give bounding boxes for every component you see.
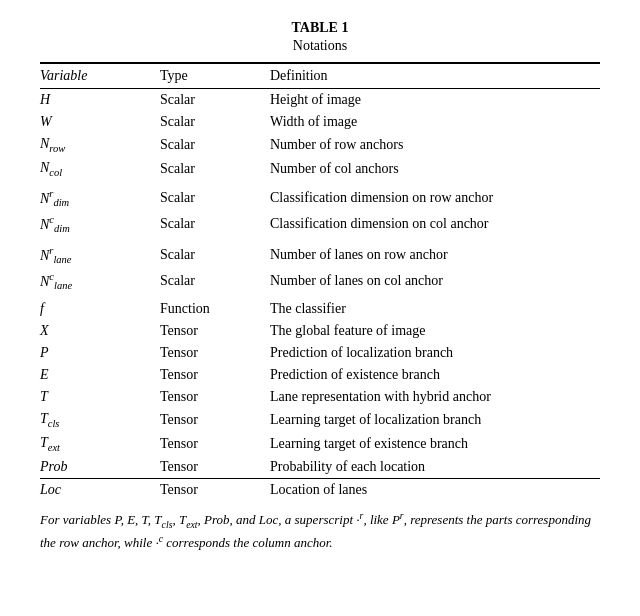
cell-variable: X [40, 320, 160, 342]
table-row: fFunctionThe classifier [40, 298, 600, 320]
cell-type: Tensor [160, 364, 270, 386]
cell-definition: Number of lanes on row anchor [270, 242, 600, 268]
cell-variable: Ncol [40, 157, 160, 181]
header-definition: Definition [270, 63, 600, 89]
table-row: TTensorLane representation with hybrid a… [40, 386, 600, 408]
table-row: WScalarWidth of image [40, 111, 600, 133]
cell-variable: Tcls [40, 408, 160, 432]
cell-definition: Number of lanes on col anchor [270, 268, 600, 294]
table-row: NcdimScalarClassification dimension on c… [40, 211, 600, 237]
table-row: TextTensorLearning target of existence b… [40, 432, 600, 456]
cell-type: Tensor [160, 479, 270, 502]
cell-type: Tensor [160, 432, 270, 456]
cell-type: Scalar [160, 242, 270, 268]
cell-type: Scalar [160, 133, 270, 157]
cell-variable: P [40, 342, 160, 364]
cell-type: Scalar [160, 268, 270, 294]
table-row: NrlaneScalarNumber of lanes on row ancho… [40, 242, 600, 268]
table-row: NclaneScalarNumber of lanes on col ancho… [40, 268, 600, 294]
cell-definition: Learning target of existence branch [270, 432, 600, 456]
cell-definition: Width of image [270, 111, 600, 133]
cell-definition: Lane representation with hybrid anchor [270, 386, 600, 408]
cell-definition: Location of lanes [270, 479, 600, 502]
table-row: XTensorThe global feature of image [40, 320, 600, 342]
table-row: NrdimScalarClassification dimension on r… [40, 185, 600, 211]
cell-variable: f [40, 298, 160, 320]
cell-variable: Loc [40, 479, 160, 502]
cell-definition: Classification dimension on col anchor [270, 211, 600, 237]
cell-variable: E [40, 364, 160, 386]
cell-variable: Nclane [40, 268, 160, 294]
cell-variable: Text [40, 432, 160, 456]
cell-variable: T [40, 386, 160, 408]
table-row: NcolScalarNumber of col anchors [40, 157, 600, 181]
cell-variable: Prob [40, 456, 160, 479]
cell-definition: Probability of each location [270, 456, 600, 479]
table-footer: For variables P, E, T, Tcls, Text, Prob,… [40, 509, 600, 552]
table-row: NrowScalarNumber of row anchors [40, 133, 600, 157]
table-row: ETensorPrediction of existence branch [40, 364, 600, 386]
cell-variable: Nrlane [40, 242, 160, 268]
cell-definition: Prediction of existence branch [270, 364, 600, 386]
cell-definition: The global feature of image [270, 320, 600, 342]
table-title: TABLE 1 [40, 20, 600, 36]
cell-type: Tensor [160, 320, 270, 342]
cell-type: Tensor [160, 342, 270, 364]
cell-variable: W [40, 111, 160, 133]
cell-definition: Height of image [270, 89, 600, 112]
table-row: TclsTensorLearning target of localizatio… [40, 408, 600, 432]
cell-variable: Nrdim [40, 185, 160, 211]
cell-definition: Number of row anchors [270, 133, 600, 157]
table-row: PTensorPrediction of localization branch [40, 342, 600, 364]
cell-definition: Prediction of localization branch [270, 342, 600, 364]
header-variable: Variable [40, 63, 160, 89]
cell-type: Scalar [160, 157, 270, 181]
table-row: LocTensorLocation of lanes [40, 479, 600, 502]
header-type: Type [160, 63, 270, 89]
cell-type: Scalar [160, 111, 270, 133]
table-subtitle: Notations [40, 38, 600, 54]
cell-definition: Classification dimension on row anchor [270, 185, 600, 211]
cell-type: Scalar [160, 185, 270, 211]
table-row: ProbTensorProbability of each location [40, 456, 600, 479]
cell-type: Tensor [160, 456, 270, 479]
cell-definition: The classifier [270, 298, 600, 320]
cell-type: Tensor [160, 408, 270, 432]
cell-variable: H [40, 89, 160, 112]
notations-table: Variable Type Definition HScalarHeight o… [40, 62, 600, 501]
cell-variable: Nrow [40, 133, 160, 157]
cell-type: Scalar [160, 89, 270, 112]
cell-type: Scalar [160, 211, 270, 237]
table-row: HScalarHeight of image [40, 89, 600, 112]
cell-variable: Ncdim [40, 211, 160, 237]
cell-definition: Learning target of localization branch [270, 408, 600, 432]
cell-definition: Number of col anchors [270, 157, 600, 181]
cell-type: Tensor [160, 386, 270, 408]
table-header: Variable Type Definition [40, 63, 600, 89]
cell-type: Function [160, 298, 270, 320]
